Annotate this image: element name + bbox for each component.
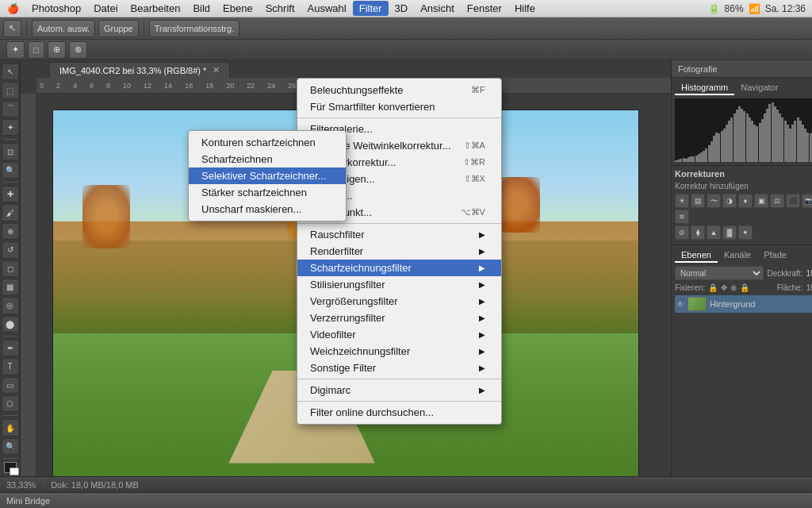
menu-ebene[interactable]: Ebene	[216, 1, 259, 16]
layers-tab-kanaele[interactable]: Kanäle	[718, 248, 757, 263]
layers-tab-pfade[interactable]: Pfade	[757, 248, 793, 263]
menu-scharfzeichnungsfilter[interactable]: Scharfzeichnungsfilter ▶	[297, 260, 501, 276]
background-color[interactable]	[10, 468, 19, 475]
fix-icon-4[interactable]: 🔒	[740, 283, 749, 292]
tool-gradient[interactable]: ▦	[2, 279, 19, 295]
corr-btn-threshold[interactable]: ▲	[707, 225, 721, 240]
corr-btn-selective[interactable]: ✦	[738, 225, 753, 240]
tool-hand[interactable]: ✋	[2, 419, 19, 436]
tool-3d[interactable]: ⬡	[2, 395, 19, 412]
menu-stilisierungsfilter[interactable]: Stilisierungsfilter ▶	[297, 276, 501, 293]
options-btn-2[interactable]: ⊕	[48, 41, 66, 59]
menu-rauschfilter[interactable]: Rauschfilter ▶	[297, 226, 501, 243]
close-icon[interactable]: ✕	[213, 65, 220, 75]
menu-digimarc[interactable]: Digimarc ▶	[297, 382, 501, 398]
menu-auswahl[interactable]: Auswahl	[301, 1, 353, 16]
tool-lasso[interactable]: ⌒	[2, 101, 19, 117]
submenu-unscharf[interactable]: Unscharf maskieren...	[189, 201, 346, 217]
fix-icon-3[interactable]: ⊕	[730, 283, 737, 292]
blend-mode-select[interactable]: Normal	[675, 266, 764, 280]
options-tool-icon[interactable]: ✦	[6, 41, 25, 59]
toolbar-sep-2	[144, 21, 144, 36]
gruppe-btn[interactable]: Gruppe	[98, 20, 139, 37]
autom-label[interactable]: Autom. ausw.	[32, 20, 95, 37]
corr-btn-channel[interactable]: ≋	[675, 210, 689, 224]
foreground-color[interactable]	[4, 462, 17, 473]
corr-btn-photo[interactable]: 📷	[802, 194, 812, 208]
menu-verzerrungsfilter[interactable]: Verzerrungsfilter ▶	[297, 310, 501, 326]
canvas-tab-active[interactable]: IMG_4040.CR2 bei 33,3% (RGB/8#) * ✕	[49, 62, 230, 78]
menu-sonstige-filter[interactable]: Sonstige Filter ▶	[297, 360, 501, 376]
corr-btn-gradient-map[interactable]: ▓	[722, 225, 737, 240]
corr-btn-levels[interactable]: ▤	[691, 194, 705, 208]
submenu-konturen[interactable]: Konturen scharfzeichnen	[189, 134, 346, 151]
corr-btn-curves[interactable]: 〜	[707, 194, 721, 208]
mini-bridge-bar[interactable]: Mini Bridge	[0, 492, 812, 508]
menu-photoshop[interactable]: Photoshop	[25, 1, 87, 16]
corrections-section: Korrekturen Korrektur hinzufügen ☀ ▤ 〜 ◑…	[672, 166, 812, 245]
options-btn-1[interactable]: □	[28, 41, 44, 59]
corr-btn-vibrance[interactable]: ♦	[738, 194, 753, 208]
tool-brush[interactable]: 🖌	[2, 204, 19, 221]
tool-magic-wand[interactable]: ✦	[2, 119, 19, 136]
tool-blur[interactable]: ◎	[2, 297, 19, 314]
corr-btn-brightness[interactable]: ☀	[675, 194, 689, 208]
tool-marquee[interactable]: ⬚	[2, 82, 19, 98]
tool-crop[interactable]: ⊡	[2, 143, 19, 160]
submenu-scharfzeichnen[interactable]: Scharfzeichnen	[189, 151, 346, 167]
menu-bar: 🍎 Photoshop Datei Bearbeiten Bild Ebene …	[0, 0, 812, 17]
tool-eraser[interactable]: ◻	[2, 260, 19, 277]
navigator-tab[interactable]: Navigator	[734, 81, 784, 95]
menu-beleuchtungseffekte[interactable]: Beleuchtungseffekte ⌘F	[297, 82, 501, 98]
apple-menu-icon[interactable]: 🍎	[6, 2, 19, 15]
tool-path[interactable]: ✒	[2, 340, 19, 356]
menu-ansicht[interactable]: Ansicht	[414, 1, 461, 16]
tool-move[interactable]: ↖	[2, 64, 19, 80]
menu-datei[interactable]: Datei	[87, 1, 124, 16]
submenu-staerker[interactable]: Stärker scharfzeichnen	[189, 184, 346, 201]
tool-clone[interactable]: ⊕	[2, 223, 19, 240]
fix-icon-1[interactable]: 🔒	[708, 283, 718, 292]
histogram-tab[interactable]: Histogramm	[675, 81, 734, 95]
options-btn-3[interactable]: ⊗	[69, 41, 87, 59]
tool-zoom[interactable]: 🔍	[2, 438, 19, 455]
menu-3d[interactable]: 3D	[389, 1, 415, 16]
corr-btn-colorbal[interactable]: ⚖	[770, 194, 784, 208]
tool-healing[interactable]: ✚	[2, 186, 19, 202]
tool-dodge[interactable]: ⬤	[2, 316, 19, 333]
layer-visibility-icon[interactable]: 👁	[676, 300, 684, 309]
corr-btn-poster[interactable]: ⧫	[691, 225, 705, 240]
fixieren-label: Fixieren:	[675, 283, 705, 292]
tool-shape[interactable]: ▭	[2, 377, 19, 394]
menu-sep-4	[297, 401, 501, 402]
menu-videofilter[interactable]: Videofilter ▶	[297, 326, 501, 343]
corr-btn-bw[interactable]: ⬛	[786, 194, 800, 208]
menu-bild[interactable]: Bild	[186, 1, 216, 16]
tool-eyedropper[interactable]: 🔍	[2, 162, 19, 179]
transformation-btn[interactable]: Transformationsstrg.	[149, 20, 239, 37]
menu-filter[interactable]: Filter	[353, 1, 389, 16]
move-tool-btn[interactable]: ↖	[3, 20, 21, 37]
menu-bearbeiten[interactable]: Bearbeiten	[124, 1, 187, 16]
layers-tab-ebenen[interactable]: Ebenen	[675, 248, 718, 263]
corrections-toolbar-row2: ⊘ ⧫ ▲ ▓ ✦	[675, 225, 812, 240]
submenu-selektiver[interactable]: Selektiver Scharfzeichner...	[189, 167, 346, 184]
menu-renderfilter[interactable]: Renderfilter ▶	[297, 243, 501, 260]
corrections-header: Korrekturen	[675, 169, 812, 179]
menu-hilfe[interactable]: Hilfe	[508, 1, 542, 16]
menu-smartfilter[interactable]: Für Smartfilter konvertieren	[297, 98, 501, 115]
layer-hintergrund[interactable]: 👁 Hintergrund 🔒	[675, 295, 812, 313]
menu-weichzeichnungsfilter[interactable]: Weichzeichnungsfilter ▶	[297, 343, 501, 360]
sharpening-submenu: Konturen scharfzeichnen Scharfzeichnen S…	[188, 130, 347, 221]
menu-schrift[interactable]: Schrift	[259, 1, 301, 16]
corr-btn-hsl[interactable]: ▣	[754, 194, 768, 208]
menu-vergroesserungsfilter[interactable]: Vergrößerungsfilter ▶	[297, 293, 501, 310]
fix-icon-2[interactable]: ✥	[721, 283, 727, 292]
tool-text[interactable]: T	[2, 358, 19, 375]
tool-history[interactable]: ↺	[2, 241, 19, 258]
menu-fenster[interactable]: Fenster	[461, 1, 508, 16]
corr-btn-exposure[interactable]: ◑	[722, 194, 737, 208]
menu-filter-online[interactable]: Filter online durchsuchen...	[297, 404, 501, 421]
corr-btn-invert[interactable]: ⊘	[675, 225, 689, 240]
layers-section: Ebenen Kanäle Pfade Normal Deckkraft: 10…	[672, 245, 812, 476]
